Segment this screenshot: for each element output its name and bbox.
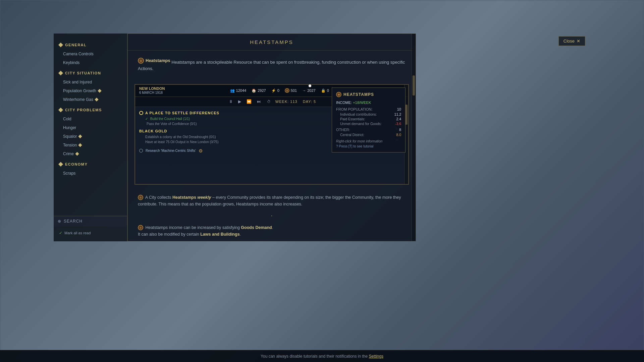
paid-essentials-label: Paid Essentials: xyxy=(340,117,365,121)
sidebar-section-general: GENERAL Camera Controls Keybinds xyxy=(54,40,127,67)
fast-forward-button[interactable]: ⏩ xyxy=(245,99,253,104)
sidebar-item-sick-and-injured[interactable]: Sick and Injured xyxy=(54,78,127,86)
population-growth-diamond xyxy=(98,89,101,93)
popup-central-district-row: Central District: 8.0 xyxy=(336,133,401,137)
power-icon: ⚡ xyxy=(271,88,276,93)
bottom-bar-prefix: You can always disable tutorials and the… xyxy=(261,354,369,359)
sidebar-section-label-city-situation: CITY SITUATION xyxy=(65,71,101,75)
other-value: 8 xyxy=(399,128,401,132)
population-icon: 👥 xyxy=(230,88,235,93)
sidebar-header-general: GENERAL xyxy=(54,40,127,50)
popup-tutorial: ? Press [T] to see tutorial xyxy=(336,144,401,148)
sidebar-item-cold[interactable]: Cold xyxy=(54,115,127,123)
svg-text:⚙: ⚙ xyxy=(338,93,340,96)
settings-link[interactable]: Settings xyxy=(369,354,383,359)
content-title: HEATSTAMPS xyxy=(128,34,416,51)
section-diamond-general xyxy=(58,43,63,47)
sidebar-item-hunger[interactable]: Hunger xyxy=(54,123,127,132)
popup-unmet-demand-row: Unmet demand for Goods: -3.6 xyxy=(336,122,401,126)
hud-heatstamps: ⚙ 501 xyxy=(285,88,297,93)
sidebar-header-city-problems: CITY PROBLEMS xyxy=(54,105,127,115)
lock-value: 0 xyxy=(327,88,329,93)
camera-controls-label: Camera Controls xyxy=(63,52,94,56)
winterhome-gas-diamond xyxy=(95,98,98,101)
close-button[interactable]: Close ✕ xyxy=(558,36,585,46)
intro-rest: Heatstamps are a stockpileable Resource … xyxy=(138,60,405,71)
crime-diamond xyxy=(75,152,79,156)
quest-check-icon: ✓ xyxy=(145,117,148,121)
popup-hint: Right-click for more information xyxy=(336,139,401,143)
skip-button[interactable]: ⏭ xyxy=(256,99,262,104)
winterhome-gas-label: Winterhome Gas xyxy=(63,97,93,102)
quest-2-item-1-text: Establish a colony at the Old Dreadnough… xyxy=(145,135,216,139)
divider-dot: · xyxy=(128,213,416,219)
game-screenshot: NEW LONDON 6 MARCH 1918 👥 12044 🏠 2927 ⚡… xyxy=(135,84,409,185)
sidebar: GENERAL Camera Controls Keybinds CITY SI… xyxy=(54,34,127,241)
sidebar-item-keybinds[interactable]: Keybinds xyxy=(54,58,127,67)
sidebar-item-winterhome-gas[interactable]: Winterhome Gas xyxy=(54,95,127,104)
other-label: OTHER: xyxy=(336,128,350,132)
hud-location: NEW LONDON 6 MARCH 1918 xyxy=(139,86,165,95)
keybinds-label: Keybinds xyxy=(63,60,79,65)
content-scrollbar-thumb xyxy=(413,75,415,96)
sidebar-item-scraps[interactable]: Scraps xyxy=(54,169,127,178)
pause-button[interactable]: ⏸ xyxy=(227,99,234,104)
svg-text:⚙: ⚙ xyxy=(140,196,142,199)
heatstamps-hud-value: 501 xyxy=(291,88,297,93)
play-button[interactable]: ▶ xyxy=(237,99,243,104)
bottom-bar: You can always disable tutorials and the… xyxy=(0,350,644,362)
quest-2-label: BLACK GOLD xyxy=(139,129,167,133)
popup-paid-essentials-row: Paid Essentials: 2.4 xyxy=(336,117,401,121)
unmet-demand-value: -3.6 xyxy=(395,122,401,126)
quest-1-item-2-text: Pass the Vote of Confidence (0/1) xyxy=(145,122,197,126)
quest-2-item-2-text: Have at least 75 Oil Output in New Londo… xyxy=(145,140,218,144)
popup-income-value: +18/WEEK xyxy=(353,101,371,105)
research-gear-icon: ⚙ xyxy=(199,148,203,154)
lock-icon: 🔒 xyxy=(321,88,326,93)
hud-date: 6 MARCH 1918 xyxy=(139,91,165,95)
squalor-diamond xyxy=(78,134,82,138)
intro-text: ⚙ Heatstamps Heatstamps are a stockpilea… xyxy=(138,57,406,72)
research-circle-icon xyxy=(139,149,143,153)
population-growth-label: Population Growth xyxy=(63,88,96,93)
hud-housing: 🏠 2927 xyxy=(252,88,266,93)
body-paragraph-2: ⚙ Heatstamps income can be increased by … xyxy=(138,224,406,238)
hud-stats: 👥 12044 🏠 2927 ⚡ 0 ⚙ 501 xyxy=(230,88,329,93)
section-diamond-economy xyxy=(58,162,63,167)
popup-income: INCOME: +18/WEEK xyxy=(336,101,401,105)
content-scrollbar[interactable] xyxy=(412,34,416,241)
hud-lock: 🔒 0 xyxy=(321,88,329,93)
popup-income-label: INCOME: xyxy=(336,101,352,105)
body-text-2: ⚙ Heatstamps income can be increased by … xyxy=(128,220,416,241)
sick-and-injured-label: Sick and Injured xyxy=(63,80,92,84)
from-population-label: FROM POPULATION: xyxy=(336,107,373,111)
sidebar-item-tension[interactable]: Tension xyxy=(54,141,127,149)
close-label: Close xyxy=(564,39,575,44)
squalor-label: Squalor xyxy=(63,134,77,139)
scrollbar-thumb xyxy=(405,105,408,125)
quest-1-circle xyxy=(139,111,143,115)
tension-diamond xyxy=(78,143,82,147)
popup-individual-row: Individual contributions: 11.2 xyxy=(336,112,401,116)
central-district-label: Central District: xyxy=(340,133,364,137)
sidebar-item-squalor[interactable]: Squalor xyxy=(54,132,127,141)
unmet-demand-label: Unmet demand for Goods: xyxy=(340,122,382,126)
hud-population: 👥 12044 xyxy=(230,88,247,93)
mark-all-read[interactable]: ✓ Mark all as read xyxy=(59,231,91,235)
checkmark-icon: ✓ xyxy=(59,231,62,235)
tutorial-text: Press [T] to see tutorial xyxy=(339,144,373,148)
sidebar-item-population-growth[interactable]: Population Growth xyxy=(54,86,127,95)
housing-value: 2927 xyxy=(258,88,266,93)
svg-text:⚙: ⚙ xyxy=(140,59,142,62)
arrow-value: 2027 xyxy=(307,88,315,93)
sidebar-header-economy: ECONOMY xyxy=(54,160,127,169)
sidebar-item-camera-controls[interactable]: Camera Controls xyxy=(54,50,127,58)
body-paragraph-1: ⚙ A City collects Heatstamps weekly – ev… xyxy=(138,194,406,207)
search-bar[interactable]: ⊕ SEARCH xyxy=(54,216,127,226)
heatstamps-bold: Heatstamps xyxy=(146,57,170,64)
scraps-label: Scraps xyxy=(63,171,75,176)
city-name: NEW LONDON xyxy=(139,86,165,91)
individual-label: Individual contributions: xyxy=(340,112,377,116)
popup-from-population-row: FROM POPULATION: 10 xyxy=(336,107,401,111)
sidebar-item-crime[interactable]: Crime xyxy=(54,149,127,158)
